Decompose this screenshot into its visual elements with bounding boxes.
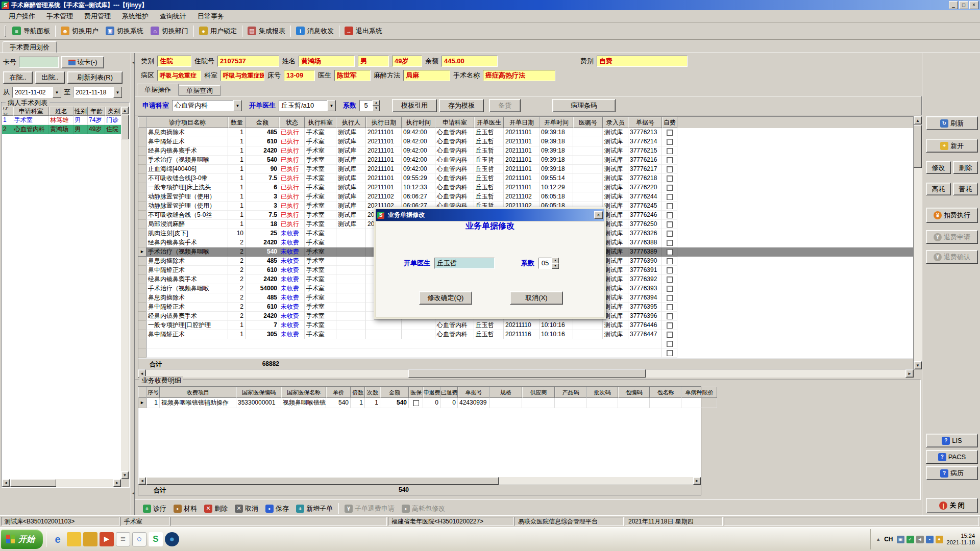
dialog-confirm-button[interactable]: 修改确定(Q) [419,291,472,305]
taskbar-clock[interactable]: 15:24 2021-11-18 [947,533,975,546]
self-pay-checkbox[interactable] [667,322,673,329]
dialog-factor-spinner[interactable]: 05▲▼ [538,258,559,269]
column-header[interactable] [138,117,146,128]
start-button[interactable]: 开始 [1,530,43,549]
menu-item[interactable]: 查询统计 [154,10,192,22]
toolbar-lock-user-button[interactable]: ●用户锁定 [195,24,240,38]
media-player-icon[interactable]: ► [100,532,114,546]
column-header[interactable]: 收费项目 [160,387,236,398]
tab-order-operate[interactable]: 单据操作 [137,84,179,96]
column-header[interactable]: 性别 [74,107,88,116]
column-header[interactable]: 单据号 [458,387,489,398]
volume-icon[interactable]: ◄ [916,536,924,543]
order-doctor-combo[interactable]: 丘玉哲/a10▼ [279,100,336,111]
self-pay-checkbox[interactable] [667,258,673,264]
table-row[interactable]: 经鼻内镜鼻窦手术12420已执行手术室测试库2021110109:42:00心血… [138,146,913,156]
menu-item[interactable]: 手术管理 [41,10,79,22]
panel-splitter[interactable]: ◄ ◄ [131,53,135,515]
toolbar-messages-button[interactable]: i消息收发 [292,24,337,38]
self-pay-checkbox[interactable] [667,313,673,319]
column-header[interactable]: 执行日期 [366,117,402,128]
column-header[interactable]: 开单日期 [504,117,540,128]
date-to-picker[interactable]: 2021-11-18▼ [73,87,122,98]
column-header[interactable]: 国家医保编码 [236,387,281,398]
column-header[interactable] [138,387,146,398]
tab-surgery-fee[interactable]: 手术费用划价 [3,41,57,53]
column-header[interactable]: 序号 [146,387,160,398]
patient-list-row[interactable]: 1手术室林笃雄男74岁门诊 [2,116,121,125]
table-row[interactable]: 一般专项护理[口腔护理17未收费手术室心血管内科丘玉哲2021111010:10… [138,321,913,330]
modify-button[interactable]: 修改 [926,161,951,174]
table-row[interactable]: 手术治疗（视频鼻咽喉1540已执行手术室测试库2021110109:42:00心… [138,156,913,165]
close-button[interactable]: × [969,1,978,9]
self-pay-checkbox[interactable] [667,350,673,356]
column-header[interactable]: 申退费 [423,387,440,398]
card-no-input[interactable] [19,57,59,68]
cancel-button[interactable]: ✕取消 [232,503,261,514]
scroll-thumb[interactable] [146,477,499,485]
table-row[interactable]: 不可吸收缝合线[3-0带17.5已执行手术室测试库2021110109:55:2… [138,174,913,183]
column-header[interactable]: 类别 [105,107,121,116]
network-icon[interactable]: ▪ [926,536,934,543]
inpatient-button[interactable]: 在院.. [3,71,33,84]
column-header[interactable]: 执行科室 [305,117,336,128]
new-order-button[interactable]: +新开 [926,139,978,153]
language-indicator[interactable]: CH [884,536,893,543]
column-header[interactable]: 姓名 [49,107,74,116]
chevron-down-icon[interactable]: ▼ [53,87,61,98]
menu-item[interactable]: 系统维护 [116,10,154,22]
toolbar-exit-button[interactable]: →退出系统 [341,24,386,38]
column-header[interactable]: 金额 [246,117,279,128]
column-header[interactable]: 执行时间 [402,117,435,128]
column-header[interactable]: 规格 [489,387,522,398]
self-pay-checkbox[interactable] [667,286,673,292]
scroll-up-icon[interactable]: ▲ [121,107,129,114]
dialog-close-icon[interactable]: × [594,211,603,219]
scroll-right-icon[interactable]: ► [113,479,121,487]
material-button[interactable]: ▪材料 [170,503,200,514]
menu-item[interactable]: 日常事务 [192,10,230,22]
menu-item[interactable]: 用户操作 [3,10,41,22]
spin-up-icon[interactable]: ▲ [552,258,559,263]
column-header[interactable]: 已退费 [440,387,458,398]
factor-spinner[interactable]: 5▲▼ [359,100,380,111]
scroll-up-icon[interactable]: ▲ [914,116,922,124]
update-icon[interactable]: ● [936,536,943,543]
normal-consume-button[interactable]: 普耗 [953,183,978,195]
table-row[interactable]: 止血海绵[400406]190已执行手术室测试库2021110109:42:00… [138,165,913,174]
his-app-icon[interactable]: S [149,532,163,546]
column-header[interactable]: 数量 [228,117,246,128]
req-dept-combo[interactable]: 心血管内科▼ [172,100,242,111]
collapse-left-icon[interactable]: ◄ [131,55,135,69]
self-pay-checkbox[interactable] [667,267,673,273]
table-row[interactable]: 鼻中隔矫正术1305未收费手术室心血管内科丘玉哲2021111610:10:16… [138,330,913,339]
chevron-down-icon[interactable]: ▼ [327,100,336,111]
toolbar-reports-button[interactable]: ▤集成报表 [244,24,289,38]
notepad-icon[interactable]: ≡ [116,532,130,546]
template-ref-button[interactable]: 模板引用 [392,99,437,112]
discharged-button[interactable]: 出院.. [35,71,65,84]
column-header[interactable]: 包编码 [618,387,650,398]
table-row[interactable]: 一般专项护理[床上洗头16已执行手术室测试库2021110110:12:33心血… [138,183,913,192]
self-pay-checkbox[interactable] [667,130,673,136]
column-header[interactable]: 录入员 [603,117,628,128]
refresh-list-button[interactable]: 刷新列表(R) [67,71,122,84]
detail-table-hscroll[interactable]: ◄ ► [138,477,701,485]
column-header[interactable]: 次数 [365,387,380,398]
column-header[interactable]: 状态 [279,117,305,128]
scroll-left-icon[interactable]: ◄ [138,477,146,485]
patient-list-row[interactable]: 2心血管内科黄鸿场男49岁住院 [2,125,121,134]
self-pay-checkbox[interactable] [667,295,673,301]
column-header[interactable]: 自费 [662,117,677,128]
surgery-table-vscroll[interactable]: ▲ ▼ [914,116,922,369]
patient-list-vscroll[interactable]: ▲ ▼ [121,107,129,479]
menu-item[interactable]: 费用管理 [79,10,116,22]
column-header[interactable]: 年龄 [88,107,105,116]
column-header[interactable]: 开单时间 [540,117,573,128]
self-pay-checkbox[interactable] [667,332,673,338]
column-header[interactable]: 单病种限价 [681,387,717,398]
search-icon[interactable]: ○ [132,532,146,546]
column-header[interactable]: 申请科室 [13,107,49,116]
save-button[interactable]: ▪保存 [262,503,292,514]
dialog-cancel-button[interactable]: 取消(X) [510,291,563,305]
